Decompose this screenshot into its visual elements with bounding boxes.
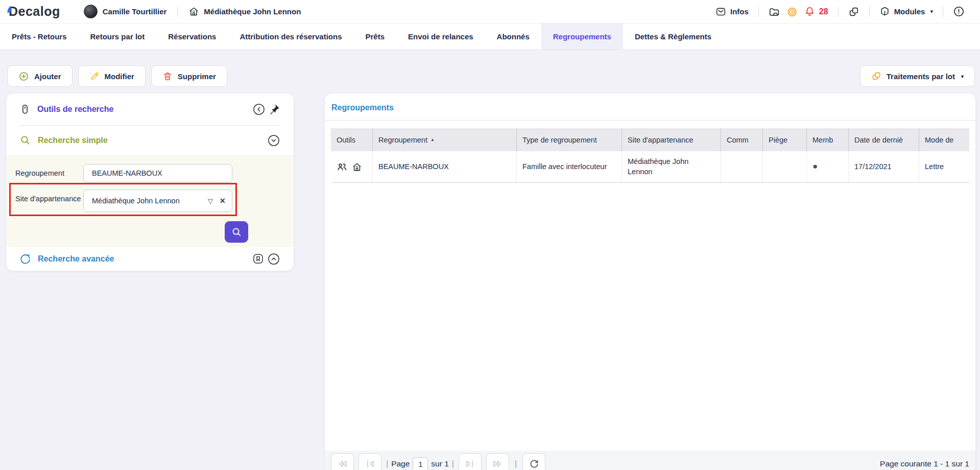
row-mode-cell: Lettre [919,151,969,182]
column-header-commentaire[interactable]: Comm [721,128,763,151]
top-right-actions: Infos 28 Modules ▾ [715,6,965,17]
table-row[interactable]: BEAUME-NARBOUX Famille avec interlocuteu… [331,151,969,183]
divider [177,6,178,17]
notifications-button[interactable]: 28 [804,6,828,17]
advanced-search-header: Recherche avancée [6,247,294,271]
fast-backward-button[interactable] [331,453,354,470]
link-button[interactable] [848,6,859,17]
first-page-button[interactable] [358,453,381,470]
save-search-button[interactable] [252,252,265,265]
divider [943,7,943,17]
separator: | [452,459,454,468]
add-button[interactable]: Ajouter [7,65,73,87]
column-header-piege[interactable]: Piège [763,128,807,151]
trash-icon [162,71,173,81]
chevron-left-circle-icon [252,103,266,116]
collapse-panel-button[interactable] [252,103,266,116]
row-site-cell: Médiathèque John Lennon [622,151,721,182]
actions-toolbar: Ajouter Modifier Supprimer Traitements p… [7,65,975,87]
row-piege-cell [763,151,807,182]
modules-label: Modules [894,7,925,16]
next-page-button[interactable] [459,453,482,470]
collapse-simple-search-button[interactable] [267,134,280,147]
infos-label: Infos [730,7,749,16]
triangle-down-icon[interactable]: ▽ [208,197,213,205]
first-page-icon [365,458,376,469]
run-search-button[interactable] [225,221,248,243]
tab-regroupements[interactable]: Regroupements [541,24,623,50]
column-header-date[interactable]: Date de derniè [849,128,919,151]
page-label: Page [391,459,410,468]
results-panel: Regroupements Outils Regroupement ▲ Type… [325,93,975,470]
tab-reservations[interactable]: Réservations [156,24,228,50]
fast-forward-button[interactable] [486,453,509,470]
fast-forward-icon [492,458,503,469]
folder-cloud-icon [769,6,780,17]
app-logo[interactable]: Decalog [7,4,60,19]
advanced-search-title: Recherche avancée [38,254,114,264]
column-header-regroupement[interactable]: Regroupement ▲ [373,128,517,151]
separator: | [386,459,388,468]
fast-backward-icon [337,458,348,469]
clear-field-icon[interactable]: × [220,196,225,206]
next-page-icon [464,458,475,469]
user-name: Camille Tourtillier [103,7,167,16]
table-header-row: Outils Regroupement ▲ Type de regroupeme… [331,128,969,151]
delete-label: Supprimer [178,72,216,81]
edit-button[interactable]: Modifier [78,65,146,87]
plus-circle-icon [18,71,29,82]
tab-attribution-reservations[interactable]: Attribution des réservations [228,24,353,50]
search-icon [231,226,243,238]
delete-button[interactable]: Supprimer [151,65,227,87]
column-header-outils[interactable]: Outils [331,128,373,151]
column-header-membres[interactable]: Memb [807,128,849,151]
members-dot-icon: ● [812,161,818,173]
page-total-label: sur 1 [431,459,448,468]
module-tabs: Prêts - Retours Retours par lot Réservat… [0,24,980,50]
help-button[interactable] [953,6,965,17]
column-header-site[interactable]: Site d'appartenance [622,128,721,151]
pin-panel-button[interactable] [268,103,280,115]
column-header-type[interactable]: Type de regroupement [517,128,622,151]
house-icon [352,162,362,172]
site-appartenance-label: Site d'appartenance [15,190,83,212]
batch-actions-button[interactable]: Traitements par lot ▾ [860,65,975,87]
column-header-mode[interactable]: Mode de [919,128,969,151]
divider [758,7,759,17]
refresh-icon [529,458,540,469]
link-squares-icon [848,6,859,17]
chevron-up-circle-icon [267,252,280,266]
page-input[interactable] [413,457,428,470]
modules-menu[interactable]: Modules ▾ [879,6,933,17]
row-regroupement-cell: BEAUME-NARBOUX [373,151,517,182]
pagination-bar: | Page sur 1 | | Page courante 1 - 1 sur… [325,451,975,470]
search-panel: Outils de recherche Recherche simple [6,93,294,271]
regroupement-label: Regroupement [15,164,83,182]
pagination-summary: Page courante 1 - 1 sur 1 [880,453,969,468]
edit-label: Modifier [105,72,134,81]
broadcast-icon [786,6,798,17]
collapse-advanced-search-button[interactable] [267,252,280,266]
broadcast-button[interactable] [786,6,798,17]
regroupement-input[interactable] [83,164,232,182]
tab-envoi-relances[interactable]: Envoi de relances [396,24,485,50]
infos-button[interactable]: Infos [715,6,749,17]
current-site[interactable]: Médiathèque John Lennon [188,6,301,17]
folder-cloud-button[interactable] [769,6,780,17]
refresh-button[interactable] [522,453,545,470]
mouse-icon [19,104,31,115]
group-site-button[interactable] [352,162,362,172]
tab-dettes-reglements[interactable]: Dettes & Règlements [623,24,723,50]
tab-prets[interactable]: Prêts [353,24,396,50]
tab-abonnes[interactable]: Abonnés [485,24,541,50]
tab-prets-retours[interactable]: Prêts - Retours [0,24,79,50]
simple-search-title: Recherche simple [38,136,108,145]
simple-search-form: Regroupement Site d'appartenance ▽ × [6,155,294,247]
search-tools-title: Outils de recherche [37,105,113,114]
notification-count: 28 [819,7,828,16]
row-commentaire-cell [721,151,763,182]
circle-exclamation-icon [953,6,965,17]
group-members-button[interactable] [337,161,348,173]
tab-retours-par-lot[interactable]: Retours par lot [79,24,157,50]
current-user[interactable]: Camille Tourtillier [84,5,167,18]
